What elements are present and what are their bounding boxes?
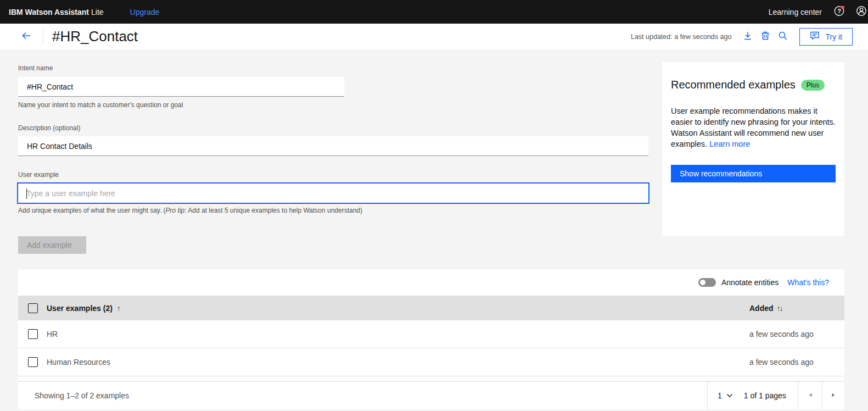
table-header-row: User examples (2)↑ Added↑↓ bbox=[18, 296, 844, 320]
delete-button[interactable] bbox=[757, 28, 774, 46]
added-column-header[interactable]: Added↑↓ bbox=[749, 304, 782, 313]
card-title-row: Recommended examples Plus bbox=[671, 79, 836, 91]
intent-name-input[interactable] bbox=[18, 77, 344, 97]
chevron-down-icon bbox=[726, 393, 733, 398]
user-examples-column-header[interactable]: User examples (2)↑ bbox=[47, 304, 121, 313]
trash-icon bbox=[760, 31, 770, 43]
header-actions: Last updated: a few seconds ago bbox=[631, 28, 853, 46]
card-body-text: User example recommendations makes it ea… bbox=[671, 105, 836, 149]
select-all-checkbox[interactable] bbox=[28, 303, 38, 313]
last-updated-text: Last updated: a few seconds ago bbox=[631, 33, 731, 41]
pages-count-text: 1 of 1 pages bbox=[744, 391, 786, 400]
app-brand: IBM Watson AssistantLite bbox=[9, 8, 104, 16]
page-number-select[interactable]: 1 1 of 1 pages bbox=[707, 382, 798, 409]
sort-both-icon[interactable]: ↑↓ bbox=[777, 304, 782, 313]
account-button[interactable] bbox=[850, 0, 868, 24]
header-divider bbox=[43, 29, 43, 45]
download-button[interactable] bbox=[739, 28, 757, 46]
example-added: a few seconds ago bbox=[749, 358, 814, 366]
caret-left-icon bbox=[808, 391, 813, 401]
user-examples-panel: Annotate entities What's this? User exam… bbox=[18, 269, 844, 381]
back-arrow-icon bbox=[21, 30, 32, 43]
plus-badge: Plus bbox=[801, 80, 825, 91]
search-button[interactable] bbox=[774, 28, 792, 46]
card-title: Recommended examples bbox=[671, 79, 796, 91]
learning-center-link[interactable]: Learning center bbox=[769, 8, 822, 16]
annotate-entities-toggle[interactable] bbox=[698, 278, 716, 287]
toggle-knob bbox=[700, 280, 705, 285]
helper-protip: Pro tip bbox=[166, 207, 185, 214]
user-example-field bbox=[17, 182, 649, 204]
pagination-bar: Showing 1–2 of 2 examples 1 1 of 1 pages bbox=[18, 381, 844, 409]
page-number-value: 1 bbox=[718, 391, 722, 400]
watson-assistant-intent-page: IBM Watson AssistantLite Upgrade Learnin… bbox=[0, 0, 868, 411]
learn-more-link[interactable]: Learn more bbox=[709, 140, 750, 148]
example-text: Human Resources bbox=[47, 358, 110, 366]
help-button[interactable]: ? bbox=[828, 0, 850, 24]
annotate-entities-row: Annotate entities What's this? bbox=[18, 269, 844, 296]
next-page-button[interactable] bbox=[822, 382, 844, 409]
upgrade-link[interactable]: Upgrade bbox=[130, 8, 160, 16]
download-icon bbox=[743, 31, 753, 43]
description-label: Description (optional) bbox=[18, 124, 80, 132]
topbar-right-group: Learning center ? bbox=[769, 0, 868, 24]
added-column-label: Added bbox=[749, 304, 774, 313]
caret-right-icon bbox=[831, 391, 836, 401]
row-checkbox[interactable] bbox=[28, 329, 38, 339]
svg-text:?: ? bbox=[837, 7, 841, 14]
add-example-button[interactable]: Add example bbox=[18, 236, 86, 254]
back-button[interactable] bbox=[18, 28, 35, 46]
help-icon: ? bbox=[833, 4, 846, 20]
user-example-input[interactable] bbox=[18, 184, 648, 203]
show-recommendations-button[interactable]: Show recommendations bbox=[671, 165, 836, 182]
try-it-button[interactable]: Try it bbox=[799, 28, 853, 46]
intent-name-label: Intent name bbox=[18, 64, 53, 72]
intent-header: #HR_Contact Last updated: a few seconds … bbox=[0, 24, 868, 49]
description-input[interactable] bbox=[18, 136, 648, 156]
helper-prefix: Add unique examples of what the user mig… bbox=[18, 207, 166, 214]
previous-page-button[interactable] bbox=[798, 382, 822, 409]
avatar-icon bbox=[855, 4, 868, 20]
card-body: User example recommendations makes it ea… bbox=[671, 107, 836, 148]
page-title: #HR_Contact bbox=[52, 28, 138, 45]
text-cursor bbox=[26, 188, 27, 199]
recommended-examples-card: Recommended examples Plus User example r… bbox=[662, 62, 844, 236]
search-icon bbox=[778, 31, 788, 43]
table-row[interactable]: HR a few seconds ago bbox=[18, 320, 844, 348]
table-row[interactable]: Human Resources a few seconds ago bbox=[18, 348, 844, 376]
user-example-helper: Add unique examples of what the user mig… bbox=[18, 207, 362, 214]
chat-icon bbox=[810, 31, 820, 42]
brand-edition: Lite bbox=[91, 8, 104, 16]
whats-this-link[interactable]: What's this? bbox=[787, 278, 829, 287]
top-app-bar: IBM Watson AssistantLite Upgrade Learnin… bbox=[0, 0, 868, 24]
example-text: HR bbox=[47, 330, 58, 338]
intent-name-helper: Name your intent to match a customer's q… bbox=[18, 101, 183, 109]
example-added: a few seconds ago bbox=[749, 330, 814, 338]
row-checkbox[interactable] bbox=[28, 357, 38, 367]
brand-main: IBM Watson Assistant bbox=[9, 8, 89, 16]
pagination-showing-text: Showing 1–2 of 2 examples bbox=[35, 391, 129, 400]
try-it-label: Try it bbox=[825, 32, 842, 41]
user-example-label: User example bbox=[18, 171, 59, 179]
annotate-entities-label: Annotate entities bbox=[721, 278, 779, 287]
sort-ascending-icon[interactable]: ↑ bbox=[117, 304, 121, 313]
helper-suffix: : Add at least 5 unique examples to help… bbox=[184, 207, 362, 214]
user-examples-column-label: User examples (2) bbox=[47, 304, 113, 313]
